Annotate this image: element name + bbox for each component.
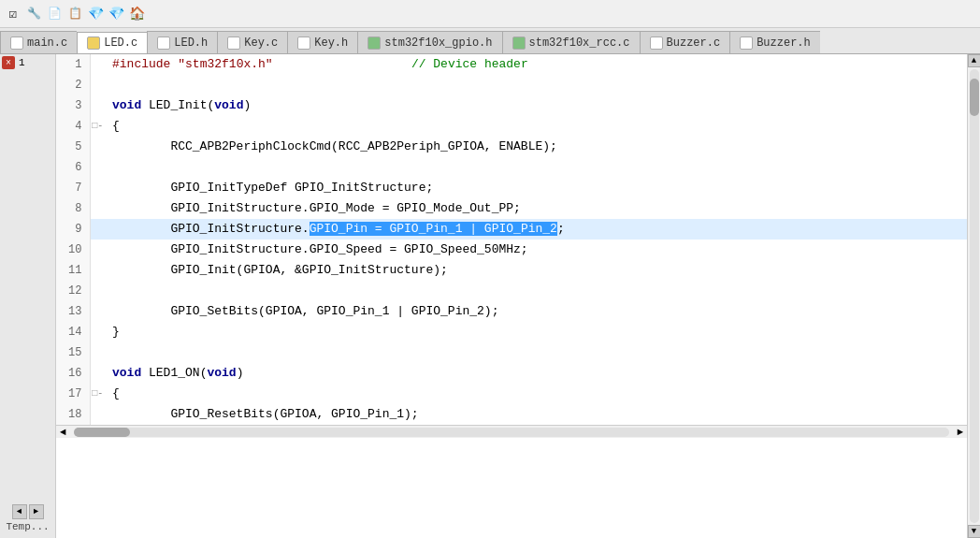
line-number: 16 bbox=[56, 363, 90, 384]
line-code[interactable] bbox=[105, 281, 967, 301]
line-code[interactable]: { bbox=[105, 116, 967, 137]
line-code[interactable]: GPIO_InitStructure.GPIO_Speed = GPIO_Spe… bbox=[105, 240, 967, 260]
line-expand bbox=[90, 54, 105, 75]
line-code[interactable] bbox=[105, 342, 967, 363]
table-row[interactable]: 17□-{ bbox=[56, 384, 967, 404]
tab-icon-key-c bbox=[227, 36, 240, 50]
tab-icon-buzzer-h bbox=[740, 36, 753, 50]
gem-icon2[interactable]: 💎 bbox=[107, 5, 125, 23]
scroll-right-btn[interactable]: ► bbox=[953, 427, 967, 438]
tab-label-key-h: Key.h bbox=[314, 36, 348, 50]
table-row[interactable]: 8 GPIO_InitStructure.GPIO_Mode = GPIO_Mo… bbox=[56, 198, 967, 219]
table-row[interactable]: 7 GPIO_InitTypeDef GPIO_InitStructure; bbox=[56, 178, 967, 198]
tab-key-c[interactable]: Key.c bbox=[217, 31, 287, 53]
v-scrollbar[interactable]: ▲ ▼ bbox=[967, 54, 980, 538]
table-row[interactable]: 5 RCC_APB2PeriphClockCmd(RCC_APB2Periph_… bbox=[56, 137, 967, 157]
line-code[interactable]: GPIO_InitStructure.GPIO_Pin = GPIO_Pin_1… bbox=[105, 219, 967, 240]
tab-main-c[interactable]: main.c bbox=[0, 31, 77, 53]
tab-label-stm32gpio: stm32f10x_gpio.h bbox=[384, 36, 492, 50]
left-panel: × 1 ◄ ► Temp... bbox=[0, 54, 56, 538]
table-row[interactable]: 11 GPIO_Init(GPIOA, &GPIO_InitStructure)… bbox=[56, 260, 967, 281]
checkbox-icon[interactable]: ☑ bbox=[4, 5, 22, 23]
tab-stm32rcc[interactable]: stm32f10x_rcc.c bbox=[502, 31, 640, 53]
paste-icon[interactable]: 📋 bbox=[65, 5, 84, 23]
line-expand[interactable]: □- bbox=[90, 116, 105, 137]
line-expand bbox=[90, 404, 105, 425]
line-code[interactable] bbox=[105, 75, 967, 95]
scroll-left-btn[interactable]: ◄ bbox=[56, 427, 70, 438]
tab-label-led-h: LED.h bbox=[174, 36, 208, 50]
table-row[interactable]: 15 bbox=[56, 342, 967, 363]
tab-label-buzzer-c: Buzzer.c bbox=[667, 36, 721, 50]
code-editor[interactable]: 1#include "stm32f10x.h" // Device header… bbox=[56, 54, 967, 538]
line-code[interactable]: GPIO_SetBits(GPIOA, GPIO_Pin_1 | GPIO_Pi… bbox=[105, 301, 967, 322]
tab-stm32gpio[interactable]: stm32f10x_gpio.h bbox=[357, 31, 501, 53]
table-row[interactable]: 14} bbox=[56, 322, 967, 342]
line-expand bbox=[90, 322, 105, 342]
table-row[interactable]: 2 bbox=[56, 75, 967, 95]
line-code[interactable]: RCC_APB2PeriphClockCmd(RCC_APB2Periph_GP… bbox=[105, 137, 967, 157]
line-expand bbox=[90, 95, 105, 116]
line-code[interactable]: #include "stm32f10x.h" // Device header bbox=[105, 54, 967, 75]
table-row[interactable]: 9 GPIO_InitStructure.GPIO_Pin = GPIO_Pin… bbox=[56, 219, 967, 240]
line-code[interactable]: void LED1_ON(void) bbox=[105, 363, 967, 384]
tab-label-led-c: LED.c bbox=[104, 36, 137, 50]
h-scroll-thumb[interactable] bbox=[74, 428, 130, 437]
table-row[interactable]: 10 GPIO_InitStructure.GPIO_Speed = GPIO_… bbox=[56, 240, 967, 260]
line-expand bbox=[90, 198, 105, 219]
panel-nav-right[interactable]: ► bbox=[29, 504, 44, 519]
v-scroll-up[interactable]: ▲ bbox=[968, 54, 981, 67]
table-row[interactable]: 12 bbox=[56, 281, 967, 301]
main-content: × 1 ◄ ► Temp... 1#include "stm32f10x.h" … bbox=[0, 54, 980, 538]
close-button[interactable]: × bbox=[2, 56, 15, 69]
line-code[interactable]: GPIO_ResetBits(GPIOA, GPIO_Pin_1); bbox=[105, 404, 967, 425]
line-number: 2 bbox=[56, 75, 90, 95]
line-expand bbox=[90, 157, 105, 178]
wrench-icon[interactable]: 🔧 bbox=[24, 5, 43, 23]
line-expand bbox=[90, 240, 105, 260]
line-code[interactable]: { bbox=[105, 384, 967, 404]
line-code[interactable]: } bbox=[105, 322, 967, 342]
tab-bar: main.c LED.c LED.h Key.c Key.h stm32f10x… bbox=[0, 28, 980, 54]
v-scroll-track[interactable] bbox=[970, 69, 979, 523]
tab-buzzer-c[interactable]: Buzzer.c bbox=[640, 31, 730, 53]
table-row[interactable]: 16void LED1_ON(void) bbox=[56, 363, 967, 384]
gem-icon1[interactable]: 💎 bbox=[86, 5, 105, 23]
h-scroll-track[interactable] bbox=[74, 428, 950, 437]
home-icon[interactable]: 🏠 bbox=[127, 5, 146, 23]
table-row[interactable]: 1#include "stm32f10x.h" // Device header bbox=[56, 54, 967, 75]
temp-label: Temp... bbox=[2, 519, 52, 534]
v-scroll-thumb[interactable] bbox=[970, 79, 979, 116]
table-row[interactable]: 18 GPIO_ResetBits(GPIOA, GPIO_Pin_1); bbox=[56, 404, 967, 425]
copy-icon[interactable]: 📄 bbox=[45, 5, 64, 23]
tab-buzzer-h[interactable]: Buzzer.h bbox=[729, 31, 820, 53]
line-expand bbox=[90, 219, 105, 240]
line-number: 5 bbox=[56, 137, 90, 157]
tab-led-h[interactable]: LED.h bbox=[147, 31, 217, 53]
v-scroll-down[interactable]: ▼ bbox=[968, 525, 981, 538]
tab-label-key-c: Key.c bbox=[244, 36, 278, 50]
tab-led-c[interactable]: LED.c bbox=[77, 32, 147, 54]
line-number: 3 bbox=[56, 95, 90, 116]
table-row[interactable]: 3void LED_Init(void) bbox=[56, 95, 967, 116]
line-number: 9 bbox=[56, 219, 90, 240]
left-panel-header: × 1 bbox=[0, 54, 55, 71]
line-expand bbox=[90, 342, 105, 363]
tab-icon-buzzer-c bbox=[650, 36, 663, 50]
tab-icon-key-h bbox=[297, 36, 310, 50]
table-row[interactable]: 13 GPIO_SetBits(GPIOA, GPIO_Pin_1 | GPIO… bbox=[56, 301, 967, 322]
h-scrollbar[interactable]: ◄ ► bbox=[56, 425, 967, 438]
line-expand[interactable]: □- bbox=[90, 384, 105, 404]
tab-key-h[interactable]: Key.h bbox=[287, 31, 357, 53]
line-code[interactable]: GPIO_InitTypeDef GPIO_InitStructure; bbox=[105, 178, 967, 198]
table-row[interactable]: 6 bbox=[56, 157, 967, 178]
line-number: 12 bbox=[56, 281, 90, 301]
line-code[interactable]: GPIO_InitStructure.GPIO_Mode = GPIO_Mode… bbox=[105, 198, 967, 219]
line-code[interactable]: void LED_Init(void) bbox=[105, 95, 967, 116]
panel-nav-left[interactable]: ◄ bbox=[12, 504, 27, 519]
line-code[interactable]: GPIO_Init(GPIOA, &GPIO_InitStructure); bbox=[105, 260, 967, 281]
line-number: 7 bbox=[56, 178, 90, 198]
table-row[interactable]: 4□-{ bbox=[56, 116, 967, 137]
line-expand bbox=[90, 363, 105, 384]
line-code[interactable] bbox=[105, 157, 967, 178]
